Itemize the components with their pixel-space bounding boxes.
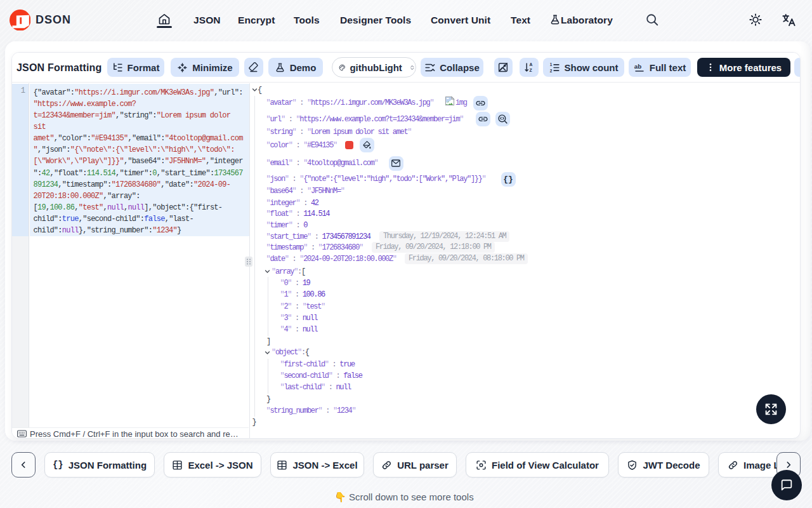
svg-text:Z: Z: [529, 68, 532, 72]
svg-text:2: 2: [549, 68, 552, 72]
svg-text:A: A: [529, 62, 532, 67]
svg-text:ab: ab: [634, 63, 641, 70]
svg-text:1: 1: [549, 62, 552, 67]
